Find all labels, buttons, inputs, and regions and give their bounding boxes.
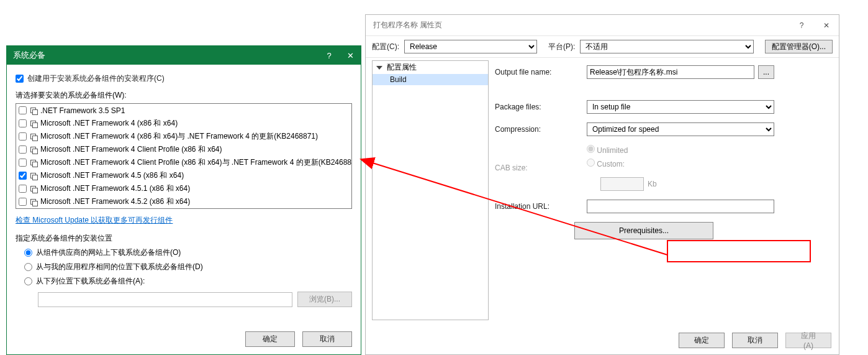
list-item-label: Microsoft .NET Framework 4.5 (x86 和 x64) [40,170,184,181]
list-item-checkbox[interactable] [19,132,27,141]
list-item[interactable]: Microsoft .NET Framework 4.5 (x86 和 x64) [16,169,352,182]
cab-size-input [600,177,644,191]
package-files-label: Package files: [495,103,587,111]
package-icon [29,145,38,154]
dialog-body: 创建用于安装系统必备组件的安装程序(C) 请选择要安装的系统必备组件(W): .… [7,65,361,312]
create-installer-label: 创建用于安装系统必备组件的安装程序(C) [27,73,165,84]
output-file-label: Output file name: [495,68,587,76]
cancel-button[interactable]: 取消 [732,333,778,348]
config-label: 配置(C): [372,42,399,52]
property-pages-dialog: 打包程序名称 属性页 ? ✕ 配置(C): Release 平台(P): 不适用… [365,14,839,355]
list-item[interactable]: Microsoft .NET Framework 4 Client Profil… [16,156,352,169]
cab-unlimited-option: Unlimited [587,145,657,155]
compression-label: Compression: [495,125,587,134]
list-item-checkbox[interactable] [19,198,27,206]
config-toolbar: 配置(C): Release 平台(P): 不适用 配置管理器(O)... [366,36,839,57]
list-item-label: Microsoft .NET Framework 4 Client Profil… [40,157,352,168]
output-file-browse-button[interactable]: ... [758,65,774,79]
dialog-footer: 确定 取消 应用(A) [679,333,831,348]
list-item[interactable]: Microsoft .NET Framework 4 (x86 和 x64)与 … [16,130,352,143]
cab-unlimited-radio [587,145,595,153]
package-icon [29,106,38,115]
list-item-label: Microsoft .NET Framework 4.5.2 (x86 和 x6… [40,196,190,207]
package-icon [29,185,38,193]
package-icon [29,132,38,141]
cancel-button[interactable]: 取消 [302,331,352,347]
custom-location-input [38,292,292,307]
output-file-input[interactable] [587,65,754,79]
install-url-label: Installation URL: [495,202,587,211]
collapse-icon [376,66,382,70]
close-button[interactable]: ✕ [340,46,361,65]
list-item-checkbox[interactable] [19,145,27,154]
help-button[interactable]: ? [789,15,814,36]
vendor-website-radio[interactable] [24,249,32,257]
window-title: 系统必备 [13,50,319,61]
kb-unit-label: Kb [648,180,657,188]
vendor-website-label: 从组件供应商的网站上下载系统必备组件(O) [36,247,181,258]
list-item-checkbox[interactable] [19,159,27,167]
apply-button[interactable]: 应用(A) [785,333,831,348]
package-icon [29,119,38,128]
titlebar: 系统必备 ? ✕ [7,46,361,65]
list-item[interactable]: Microsoft .NET Framework 4 (x86 和 x64) [16,117,352,130]
category-tree[interactable]: 配置属性 Build [372,60,489,320]
platform-label: 平台(P): [548,42,575,52]
list-item-checkbox[interactable] [19,106,27,114]
prerequisites-button[interactable]: Prerequisites... [574,222,713,239]
list-item-label: Microsoft .NET Framework 4 (x86 和 x64) [40,118,178,129]
help-button[interactable]: ? [319,46,340,65]
browse-button: 浏览(B)... [297,292,352,307]
prerequisites-dialog: 系统必备 ? ✕ 创建用于安装系统必备组件的安装程序(C) 请选择要安装的系统必… [6,45,361,355]
list-item[interactable]: Microsoft .NET Framework 4.5.1 (x86 和 x6… [16,182,352,195]
dialog-footer: 确定 取消 [245,331,352,347]
package-icon [29,159,38,167]
platform-select[interactable]: 不适用 [580,40,754,53]
components-listbox[interactable]: .NET Framework 3.5 SP1Microsoft .NET Fra… [16,103,352,209]
components-list-label: 请选择要安装的系统必备组件(W): [16,90,352,101]
tree-root[interactable]: 配置属性 [373,61,488,74]
cab-size-label: CAB size: [495,164,587,172]
list-item-checkbox[interactable] [19,172,27,180]
list-item-label: .NET Framework 3.5 SP1 [40,106,125,115]
list-item[interactable]: Microsoft .NET Framework 4 Client Profil… [16,143,352,156]
ok-button[interactable]: 确定 [245,331,295,347]
cab-custom-option: Custom: [587,159,657,168]
compression-select[interactable]: Optimized for speed [587,122,774,136]
package-icon [29,172,38,180]
config-select[interactable]: Release [404,40,537,53]
ok-button[interactable]: 确定 [679,333,725,348]
update-link[interactable]: 检查 Microsoft Update 以获取更多可再发行组件 [16,215,173,226]
package-icon [29,198,38,206]
same-location-label: 从与我的应用程序相同的位置下载系统必备组件(D) [36,262,203,272]
tree-item-build[interactable]: Build [373,74,488,85]
close-button[interactable]: ✕ [814,15,839,36]
config-manager-button[interactable]: 配置管理器(O)... [765,40,833,53]
install-url-input[interactable] [587,200,774,213]
list-item-checkbox[interactable] [19,119,27,127]
custom-location-radio[interactable] [24,277,32,285]
form-panel: Output file name: ... Package files: In … [495,58,839,342]
install-location-label: 指定系统必备组件的安装位置 [16,233,352,244]
create-installer-checkbox[interactable] [16,75,24,83]
package-files-select[interactable]: In setup file [587,100,774,114]
cab-custom-radio [587,159,595,167]
property-body: 配置属性 Build Output file name: ... Package… [366,57,839,342]
titlebar: 打包程序名称 属性页 ? ✕ [366,15,839,36]
list-item-label: Microsoft .NET Framework 4.5.1 (x86 和 x6… [40,183,190,194]
list-item-checkbox[interactable] [19,185,27,193]
list-item-label: Microsoft .NET Framework 4 Client Profil… [40,144,222,155]
list-item[interactable]: Microsoft .NET Framework 4.5.2 (x86 和 x6… [16,195,352,208]
window-title: 打包程序名称 属性页 [373,20,789,30]
tree-root-label: 配置属性 [387,63,417,71]
custom-location-label: 从下列位置下载系统必备组件(A): [36,276,145,287]
list-item-label: Microsoft .NET Framework 4 (x86 和 x64)与 … [40,131,318,142]
same-location-radio[interactable] [24,263,32,271]
list-item[interactable]: .NET Framework 3.5 SP1 [16,104,352,117]
